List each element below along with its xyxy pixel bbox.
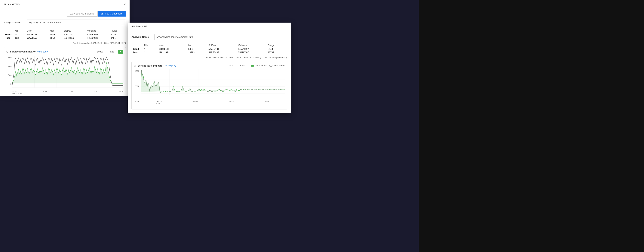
legend-total-metric: Total Metric [270, 64, 285, 67]
modal2-good-min: 11 [143, 47, 157, 51]
modal2-good-stddev: 587.97191 [207, 47, 236, 51]
modal1-col-mean: Mean [25, 29, 48, 33]
modal2-view-query-link[interactable]: View query [165, 64, 176, 67]
modal2-total-max: 13793 [187, 51, 207, 54]
modal2-col-stddev: StdDev [207, 44, 236, 47]
modal1-refresh-button[interactable]: ▶ [118, 50, 123, 54]
modal2-sli-stats: Good: - - Total: - - [228, 64, 248, 67]
modal2-sli-title: Service level indicator [138, 64, 163, 67]
modal2-body: Analysis Name Min Mean Max StdDev Varian… [128, 30, 291, 113]
modal1-analysis-name-label: Analysis Name [4, 21, 24, 24]
modal2-good-mean: 1959.2138 [157, 47, 187, 51]
modal2-col-mean: Mean [157, 44, 187, 47]
modal1-chart-svg [12, 56, 123, 90]
legend-good-metric: Good Metric [251, 64, 267, 67]
modal1-good-variance: 43756.868 [86, 33, 109, 36]
modal1-title: SLI ANALYSIS [4, 3, 20, 6]
modal1-col-range: Range [109, 29, 126, 33]
modal1-chart-y-labels: 1500 1000 500 0 [6, 56, 12, 86]
modal2-analysis-name-label: Analysis Name [132, 36, 152, 38]
modal1-total-stat: Total: - - [108, 50, 116, 53]
modal1-good-range: 1015 [109, 33, 126, 36]
modal2-total-stat: Total: - - [240, 64, 248, 67]
legend-good-metric-label: Good Metric [255, 64, 267, 67]
modal1-good-stddev: 209.18142 [62, 33, 86, 36]
modal1-col-stddev: StdDev [62, 29, 86, 33]
modal2-col-min: Min [143, 44, 157, 47]
modal2-title: SLI ANALYSIS [132, 25, 148, 28]
modal1-total-label: Total: [4, 36, 13, 40]
modal2-good-label: Good: [132, 47, 143, 51]
modal1-col-variance: Variance [86, 29, 109, 33]
modal2-header: SLI ANALYSIS [128, 23, 291, 30]
modal1-total-min: 103 [13, 36, 25, 40]
modal1-total-max: 1554 [48, 36, 62, 40]
modal2-good-variance: 345710.97 [236, 47, 266, 51]
tab-settings-results[interactable]: SETTINGS & RESULTS [98, 11, 126, 17]
modal1-sli-header: ⊙ Service level indicator View query Goo… [6, 50, 123, 54]
modal1-total-variance: 146829.38 [86, 36, 109, 40]
modal1-x-labels: 10:40Oct 11, 2024 10:50 11:00 11:10 11:2… [12, 91, 123, 94]
modal1-good-stat: Good: - - [96, 50, 105, 53]
modal1-col-max: Max [48, 29, 62, 33]
modal-incremental-ratio: SLI ANALYSIS × DATA SOURCE & METRIC SETT… [0, 0, 130, 96]
modal2-chart-container: 400k 300k 200k [134, 69, 285, 107]
modal1-header: SLI ANALYSIS × [0, 0, 130, 9]
modal1-col-min: Min [13, 29, 25, 33]
modal2-total-range: 13782 [266, 51, 287, 54]
legend-good-color-box [251, 65, 254, 67]
gauge-icon: ⊙ [6, 50, 8, 53]
background-dark [419, 0, 644, 252]
modal2-analysis-name-row: Analysis Name [132, 34, 287, 40]
modal2-good-row: Good: 11 1959.2138 5954 587.97191 345710… [132, 47, 287, 51]
modal2-good-max: 5954 [187, 47, 207, 51]
modal1-total-row: Total: 103 604.00556 1554 383.18322 1468… [4, 36, 126, 40]
tab-data-source[interactable]: DATA SOURCE & METRIC [67, 11, 98, 17]
modal2-col-range: Range [266, 44, 287, 47]
modal2-good-range: 5943 [266, 47, 287, 51]
modal1-sli-title: Service level indicator [10, 50, 36, 53]
modal2-col-max: Max [187, 44, 207, 47]
modal2-total-mean: 1961.1684 [157, 51, 187, 54]
modal1-total-stddev: 383.18322 [62, 36, 86, 40]
modal2-gauge-icon: ⊙ [134, 64, 136, 67]
legend-total-metric-label: Total Metric [273, 64, 285, 67]
modal2-chart-svg [141, 69, 285, 99]
modal2-col-variance: Variance [236, 44, 266, 47]
modal2-total-row: Total: 11 1961.1684 13793 597.32493 3567… [132, 51, 287, 54]
modal2-sli-header: ⊙ Service level indicator View query Goo… [134, 64, 285, 67]
modal2-chart-y-labels: 400k 300k 200k [134, 69, 140, 103]
modal2-total-label: Total: [132, 51, 143, 54]
modal1-good-min: 23 [13, 33, 25, 36]
modal1-stats-table: Min Mean Max StdDev Variance Range Good:… [4, 29, 126, 40]
modal2-graph-time-window: Graph time window: 2024-09-11 10:05 - 20… [132, 56, 287, 59]
modal2-total-min: 11 [143, 51, 157, 54]
modal1-good-mean: 241.56111 [25, 33, 48, 36]
modal2-x-labels: Sep 152024 Sep 22 Sep 29 Oct 6 [141, 100, 285, 104]
legend-total-color-box [270, 65, 272, 67]
modal1-good-label: Good: [4, 33, 13, 36]
modal2-total-variance: 356797.07 [236, 51, 266, 54]
modal1-chart-container: 1500 1000 500 0 [6, 56, 123, 90]
modal1-analysis-name-input[interactable] [27, 20, 126, 25]
modal1-sli-stats: Good: - - Total: - - [96, 50, 116, 53]
modal1-body: DATA SOURCE & METRIC SETTINGS & RESULTS … [0, 9, 130, 96]
modal2-good-stat: Good: - - [228, 64, 237, 67]
modal1-total-range: 1451 [109, 36, 126, 40]
modal1-graph-time-window: Graph time window: 2024-10-11 10:34 - 20… [4, 42, 126, 44]
modal1-total-mean: 604.00556 [25, 36, 48, 40]
modal2-sli-section: ⊙ Service level indicator View query Goo… [132, 62, 287, 109]
modal1-sli-section: ⊙ Service level indicator View query Goo… [4, 47, 126, 92]
modal2-analysis-name-input[interactable] [154, 34, 287, 40]
modal1-analysis-name-row: Analysis Name [4, 20, 126, 25]
modal1-view-query-link[interactable]: View query [37, 50, 48, 53]
modal2-stats-table: Min Mean Max StdDev Variance Range Good:… [132, 44, 287, 54]
modal1-good-row: Good: 23 241.56111 1038 209.18142 43756.… [4, 33, 126, 36]
modal2-legend: Good Metric Total Metric [251, 64, 285, 67]
modal1-good-max: 1038 [48, 33, 62, 36]
modal2-total-stddev: 597.32493 [207, 51, 236, 54]
modal1-close-button[interactable]: × [124, 3, 126, 6]
modal-non-incremental-ratio: SLI ANALYSIS Analysis Name Min Mean Max … [128, 23, 291, 113]
